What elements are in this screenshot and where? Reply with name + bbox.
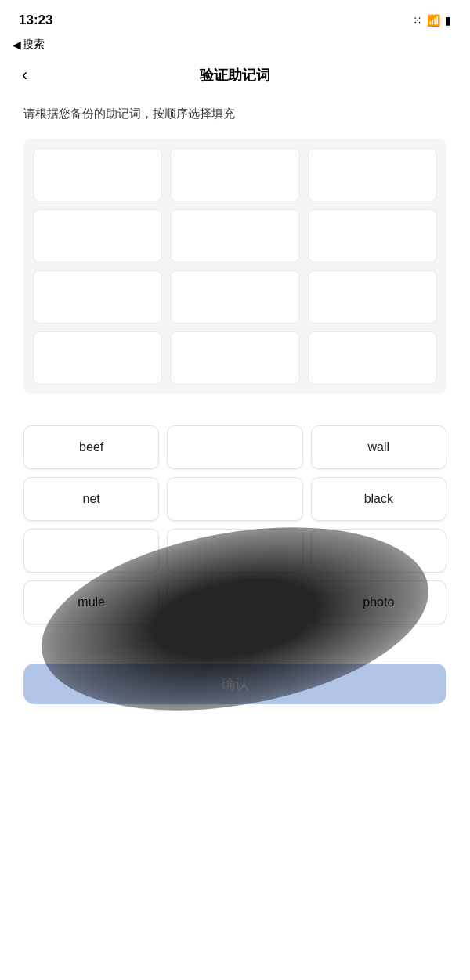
word-grid: beef wall net black mule photo: [24, 425, 446, 624]
answer-cell-4[interactable]: [33, 209, 162, 262]
word-11[interactable]: [167, 580, 302, 624]
answer-cell-6[interactable]: [308, 209, 437, 262]
search-back-label: 搜索: [23, 38, 45, 52]
wifi-icon: 📶: [427, 14, 440, 27]
word-9[interactable]: [311, 529, 446, 573]
answer-cell-5[interactable]: [170, 209, 299, 262]
answer-grid: [24, 139, 446, 394]
word-photo[interactable]: photo: [311, 580, 446, 624]
word-5[interactable]: [167, 477, 302, 521]
status-bar: 13:23 ⁙ 📶 ▮: [0, 0, 470, 34]
answer-cell-2[interactable]: [170, 148, 299, 201]
answer-cell-1[interactable]: [33, 148, 162, 201]
answer-cell-10[interactable]: [33, 331, 162, 385]
answer-cell-11[interactable]: [170, 331, 299, 385]
search-back[interactable]: ◀ 搜索: [13, 38, 45, 52]
back-arrow-small: ◀: [13, 38, 21, 51]
back-button[interactable]: ‹: [16, 62, 34, 89]
main-content: 请根据您备份的助记词，按顺序选择填充 beef wall net black m…: [0, 92, 470, 740]
status-icons: ⁙ 📶 ▮: [413, 14, 451, 27]
answer-cell-8[interactable]: [170, 270, 299, 324]
word-mule[interactable]: mule: [24, 580, 159, 624]
word-beef[interactable]: beef: [24, 425, 159, 469]
instruction-text: 请根据您备份的助记词，按顺序选择填充: [24, 105, 446, 123]
word-wall[interactable]: wall: [311, 425, 446, 469]
battery-icon: ▮: [445, 14, 451, 27]
status-time: 13:23: [19, 13, 52, 28]
answer-cell-7[interactable]: [33, 270, 162, 324]
answer-cell-9[interactable]: [308, 270, 437, 324]
signal-icon: ⁙: [413, 14, 422, 27]
word-2[interactable]: [167, 425, 302, 469]
word-8[interactable]: [167, 529, 302, 573]
answer-cell-3[interactable]: [308, 148, 437, 201]
word-black[interactable]: black: [311, 477, 446, 521]
answer-cell-12[interactable]: [308, 331, 437, 385]
word-7[interactable]: [24, 529, 159, 573]
page-title: 验证助记词: [200, 66, 270, 85]
word-net[interactable]: net: [24, 477, 159, 521]
confirm-button[interactable]: 确认: [24, 664, 446, 704]
nav-bar: ◀ 搜索: [0, 34, 470, 58]
page-header: ‹ 验证助记词: [0, 58, 470, 92]
